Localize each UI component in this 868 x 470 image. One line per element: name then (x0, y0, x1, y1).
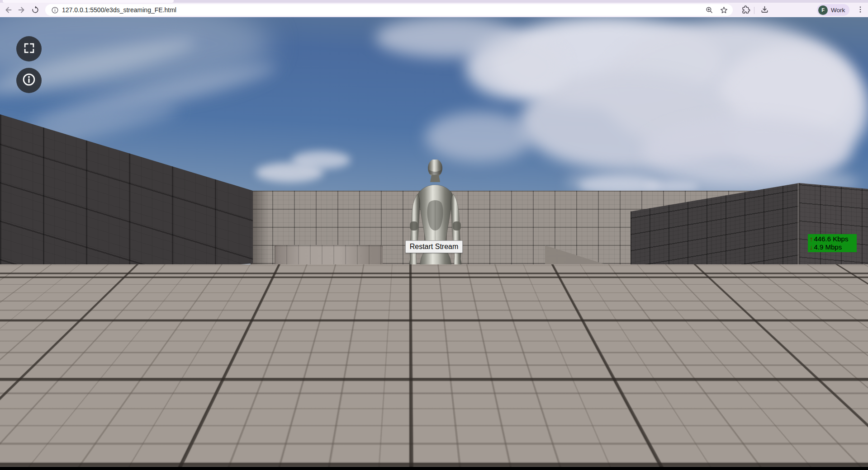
bookmark-star-icon[interactable] (718, 5, 729, 15)
fullscreen-icon (23, 42, 35, 56)
back-button[interactable] (1, 3, 15, 17)
upload-arrow-icon: ↑ (810, 235, 813, 243)
kebab-menu-icon (856, 5, 864, 15)
download-arrow-icon: ↓ (810, 243, 813, 251)
info-button[interactable] (16, 68, 42, 93)
upload-bitrate-row: ↑446.6 Kbps (810, 235, 855, 243)
download-icon (760, 5, 769, 16)
profile-label: Work (831, 7, 845, 14)
arrow-right-icon (17, 5, 27, 15)
puzzle-piece-icon (741, 5, 750, 16)
fullscreen-button[interactable] (16, 36, 42, 61)
restart-stream-button[interactable]: Restart Stream (405, 240, 463, 253)
forward-button[interactable] (15, 3, 28, 17)
info-icon (22, 73, 36, 88)
browser-toolbar: 127.0.0.1:5500/e3ds_streaming_FE.html F … (0, 3, 868, 17)
wifi-status-icon (42, 408, 68, 431)
cloud (375, 17, 520, 58)
reload-button[interactable] (28, 3, 42, 17)
cloud (292, 151, 351, 169)
downloads-button[interactable] (759, 5, 770, 16)
profile-avatar: F (818, 5, 828, 15)
bottom-letterbox (0, 467, 868, 470)
url-text: 127.0.0.1:5500/e3ds_streaming_FE.html (62, 6, 176, 14)
toolbar-divider (754, 7, 754, 14)
right-block-corner-edge (797, 183, 799, 317)
upload-bitrate-value: 446.6 Kbps (814, 235, 849, 243)
cloud (425, 112, 534, 162)
extensions-button[interactable] (740, 5, 751, 16)
bitrate-stats-badge: ↑446.6 Kbps ↓4.9 Mbps (808, 234, 857, 252)
address-bar[interactable]: 127.0.0.1:5500/e3ds_streaming_FE.html (45, 4, 733, 16)
arrow-left-icon (3, 5, 13, 15)
browser-window: 127.0.0.1:5500/e3ds_streaming_FE.html F … (0, 0, 868, 470)
stream-video[interactable]: Restart Stream ↑446.6 Kbps ↓4.9 Mbps (0, 17, 868, 467)
browser-menu-button[interactable] (854, 5, 866, 16)
download-bitrate-value: 4.9 Mbps (814, 243, 842, 251)
site-info-icon[interactable] (51, 6, 59, 14)
zoom-icon[interactable] (704, 5, 715, 15)
profile-chip[interactable]: F Work (817, 4, 849, 16)
mannequin-character (406, 160, 465, 363)
reload-icon (31, 5, 40, 14)
download-bitrate-row: ↓4.9 Mbps (810, 243, 855, 251)
